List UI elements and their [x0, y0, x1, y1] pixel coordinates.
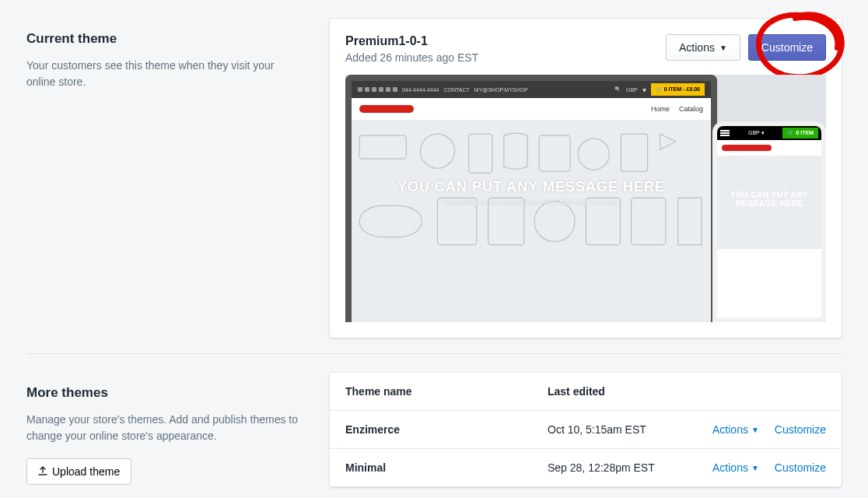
- nav-home: Home: [651, 105, 670, 113]
- row-actions-link[interactable]: Actions▼: [712, 461, 759, 474]
- more-themes-description: Manage your store's themes. Add and publ…: [26, 412, 302, 444]
- caret-down-icon: ▼: [719, 44, 727, 52]
- svg-rect-6: [359, 205, 422, 237]
- row-customize-link[interactable]: Customize: [775, 423, 826, 436]
- mobile-logo: [722, 145, 772, 151]
- mobile-hero-sub: Everything can be customized: [738, 209, 800, 214]
- mobile-cart: 🛒 0 ITEM: [782, 128, 818, 139]
- theme-row-name: Minimal: [345, 461, 548, 474]
- preview-sitebar: Home Catalog: [352, 98, 711, 120]
- col-header-name: Theme name: [345, 385, 548, 398]
- nav-catalog: Catalog: [679, 105, 703, 113]
- col-header-edited: Last edited: [548, 385, 703, 398]
- table-row: Enzimerce Oct 10, 5:15am EST Actions▼ Cu…: [330, 411, 842, 449]
- search-icon: 🔍: [614, 86, 621, 93]
- svg-point-9: [534, 201, 575, 241]
- topbar-contact: CONTACT: [444, 87, 470, 93]
- caret-down-icon: ▼: [751, 464, 759, 472]
- hero-sub: Everything can be customized, Font, Size…: [352, 198, 711, 206]
- preview-mobile: GBP ▾ 🛒 0 ITEM YOU CAN PUT ANY MESSAGE H…: [712, 121, 826, 322]
- table-row: Minimal Sep 28, 12:28pm EST Actions▼ Cus…: [330, 449, 842, 487]
- current-theme-heading: Current theme: [26, 31, 302, 47]
- topbar-cart: 🛒 0 ITEM - £0.00: [651, 83, 705, 96]
- social-icons: [358, 87, 397, 92]
- hero-title: YOU CAN PUT ANY MESSAGE HERE: [352, 179, 711, 195]
- svg-point-4: [578, 139, 609, 170]
- caret-down-icon: ▼: [751, 426, 759, 434]
- preview-logo: [359, 105, 414, 113]
- topbar-phone: 044-4444-4444: [402, 87, 439, 93]
- theme-added: Added 26 minutes ago EST: [345, 51, 666, 64]
- upload-icon: [38, 465, 47, 478]
- topbar-currency: GBP: [626, 87, 638, 93]
- row-actions-link[interactable]: Actions▼: [712, 423, 759, 436]
- caret-down-icon: ▾: [642, 86, 646, 94]
- svg-rect-2: [469, 134, 492, 173]
- mobile-currency: GBP ▾: [748, 130, 765, 136]
- current-theme-description: Your customers see this theme when they …: [26, 58, 302, 90]
- svg-rect-5: [621, 134, 647, 171]
- upload-theme-label: Upload theme: [52, 465, 120, 478]
- preview-topbar: 044-4444-4444 CONTACT MY@SHOP.MYSHOP 🔍 G…: [352, 81, 711, 98]
- mobile-hero-title: YOU CAN PUT ANY MESSAGE HERE: [717, 191, 821, 208]
- theme-title: Premium1-0-1: [345, 34, 666, 48]
- actions-button[interactable]: Actions ▼: [666, 34, 740, 61]
- preview-desktop: 044-4444-4444 CONTACT MY@SHOP.MYSHOP 🔍 G…: [345, 75, 717, 322]
- customize-button[interactable]: Customize: [748, 34, 826, 61]
- preview-hero: YOU CAN PUT ANY MESSAGE HERE Everything …: [352, 120, 711, 322]
- theme-row-edited: Oct 10, 5:15am EST: [548, 423, 703, 436]
- row-customize-link[interactable]: Customize: [775, 461, 826, 474]
- theme-preview: 044-4444-4444 CONTACT MY@SHOP.MYSHOP 🔍 G…: [345, 75, 826, 322]
- current-theme-card: Premium1-0-1 Added 26 minutes ago EST Ac…: [330, 19, 842, 338]
- hamburger-icon: [720, 130, 730, 136]
- upload-theme-button[interactable]: Upload theme: [26, 458, 131, 485]
- topbar-email: MY@SHOP.MYSHOP: [474, 87, 528, 93]
- customize-button-label: Customize: [761, 41, 813, 54]
- svg-rect-3: [539, 135, 570, 171]
- more-themes-heading: More themes: [26, 385, 302, 401]
- actions-button-label: Actions: [679, 41, 715, 54]
- theme-row-edited: Sep 28, 12:28pm EST: [548, 461, 703, 474]
- theme-row-name: Enzimerce: [345, 423, 548, 436]
- svg-rect-0: [359, 135, 406, 159]
- more-themes-card: Theme name Last edited Enzimerce Oct 10,…: [330, 373, 842, 487]
- mobile-hero: YOU CAN PUT ANY MESSAGE HERE Everything …: [717, 156, 821, 249]
- svg-point-1: [420, 134, 454, 168]
